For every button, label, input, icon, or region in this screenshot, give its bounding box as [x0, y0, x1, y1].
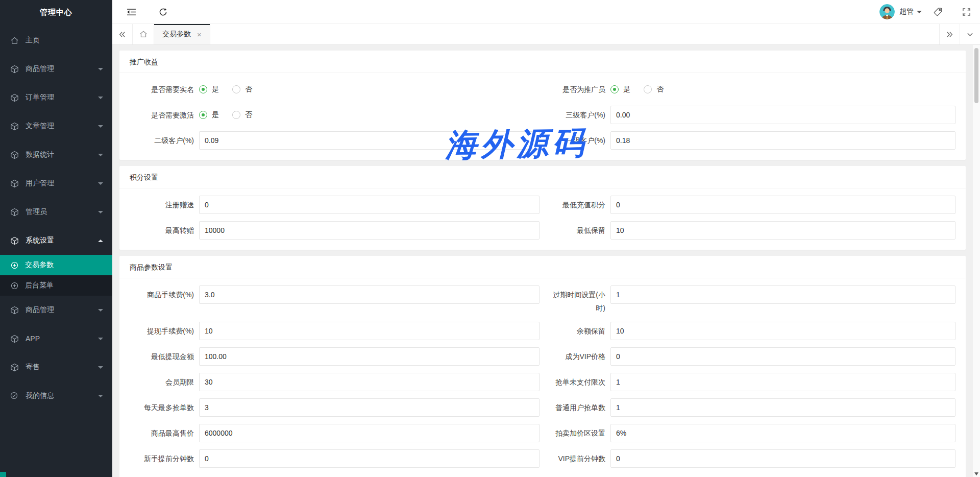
- field-input[interactable]: [610, 131, 955, 150]
- caret-down-icon: [98, 182, 103, 185]
- dropdown-caret-icon[interactable]: [917, 11, 922, 13]
- field-input[interactable]: [199, 424, 540, 442]
- scrollbar-track[interactable]: [973, 45, 980, 477]
- field-label: 三级客户(%): [546, 106, 610, 122]
- field-input[interactable]: [199, 196, 540, 214]
- sidebar-item[interactable]: 寄售: [0, 353, 112, 381]
- sidebar-item[interactable]: 文章管理: [0, 112, 112, 140]
- sidebar-item[interactable]: 商品管理: [0, 55, 112, 83]
- field-input[interactable]: [610, 196, 955, 214]
- avatar[interactable]: [879, 4, 895, 19]
- caret-down-icon: [98, 68, 103, 70]
- field-label: 注册赠送: [130, 196, 199, 211]
- radio-unselected-icon[interactable]: [644, 85, 652, 93]
- tab-active[interactable]: 交易参数 ×: [154, 24, 210, 44]
- sidebar-item[interactable]: 系统设置: [0, 226, 112, 255]
- sidebar-item[interactable]: APP: [0, 324, 112, 353]
- sidebar-item-label: 文章管理: [26, 122, 54, 131]
- sidebar-subitem-label: 交易参数: [25, 260, 54, 270]
- field-input[interactable]: [610, 221, 955, 240]
- scroll-right-icon[interactable]: [939, 24, 960, 44]
- radio-selected-icon[interactable]: [199, 111, 207, 119]
- sidebar-item-label: 订单管理: [26, 93, 54, 102]
- field-label: 抢单未支付限次: [546, 373, 610, 389]
- field-input[interactable]: [199, 221, 540, 240]
- field-input[interactable]: [199, 285, 540, 304]
- sidebar-item[interactable]: 管理员: [0, 198, 112, 226]
- radio-option[interactable]: 否: [232, 110, 252, 120]
- card-title: 积分设置: [119, 166, 966, 188]
- sidebar-item-label: 商品管理: [26, 64, 54, 74]
- field-label: 提现手续费(%): [130, 322, 199, 338]
- sidebar-item[interactable]: 数据统计: [0, 140, 112, 169]
- settings-card: 积分设置注册赠送最低充值积分最高转赠最低保留: [119, 166, 966, 250]
- caret-up-icon: [98, 240, 103, 242]
- radio-unselected-icon[interactable]: [232, 111, 240, 119]
- form-field: 会员期限: [130, 373, 540, 391]
- form-row: 二级客户(%)一级客户(%): [130, 131, 955, 150]
- field-label: 余额保留: [546, 322, 610, 338]
- radio-selected-icon[interactable]: [610, 85, 619, 93]
- radio-label: 否: [245, 85, 252, 94]
- refresh-icon[interactable]: [159, 8, 167, 16]
- sidebar-item[interactable]: 商品管理: [0, 296, 112, 324]
- radio-option[interactable]: 否: [644, 85, 664, 94]
- field-input[interactable]: [199, 373, 540, 391]
- active-item-indicator: [0, 472, 6, 477]
- form-field: 是否需要实名是否: [130, 80, 540, 99]
- field-input[interactable]: [199, 322, 540, 340]
- field-input[interactable]: [610, 347, 955, 366]
- sidebar-item[interactable]: 主页: [0, 26, 112, 55]
- radio-option[interactable]: 是: [610, 85, 630, 94]
- field-label: 最低充值积分: [546, 196, 610, 211]
- radio-option[interactable]: 是: [199, 85, 219, 94]
- sidebar-subitem[interactable]: 后台菜单: [0, 275, 112, 296]
- field-input[interactable]: [610, 398, 955, 417]
- form-field: 最低保留: [546, 221, 955, 240]
- field-input[interactable]: [199, 347, 540, 366]
- form-field: 最低提现金额: [130, 347, 540, 366]
- field-input[interactable]: [610, 285, 955, 304]
- field-label: 商品最高售价: [130, 424, 199, 440]
- scrollbar-thumb[interactable]: [974, 48, 978, 103]
- field-input[interactable]: [199, 398, 540, 417]
- form-field: 最低充值积分: [546, 196, 955, 214]
- field-label: 会员期限: [130, 373, 199, 389]
- username[interactable]: 超管: [899, 7, 914, 16]
- sidebar-menu: 主页商品管理订单管理文章管理数据统计用户管理管理员系统设置交易参数后台菜单商品管…: [0, 24, 112, 410]
- cube-icon: [10, 363, 19, 372]
- sidebar: 管理中心 主页商品管理订单管理文章管理数据统计用户管理管理员系统设置交易参数后台…: [0, 0, 112, 477]
- radio-option[interactable]: 是: [199, 110, 219, 120]
- sidebar-item[interactable]: 订单管理: [0, 83, 112, 112]
- sidebar-item[interactable]: 用户管理: [0, 169, 112, 198]
- field-label: 成为VIP价格: [546, 347, 610, 363]
- sidebar-item[interactable]: 我的信息: [0, 381, 112, 410]
- radio-group: 是否: [199, 106, 265, 124]
- scrollbar-down-arrow[interactable]: [974, 472, 978, 475]
- field-input[interactable]: [610, 449, 955, 468]
- close-icon[interactable]: ×: [197, 31, 202, 38]
- form-field: 商品最高售价: [130, 424, 540, 442]
- sidebar-item-label: 主页: [26, 36, 40, 45]
- radio-label: 否: [656, 85, 664, 94]
- tab-menu-icon[interactable]: [960, 24, 980, 44]
- cube-icon: [10, 306, 19, 315]
- field-input[interactable]: [199, 131, 540, 150]
- radio-selected-icon[interactable]: [199, 85, 207, 93]
- scroll-left-icon[interactable]: [112, 24, 133, 44]
- field-input[interactable]: [610, 424, 955, 442]
- collapse-menu-icon[interactable]: [127, 8, 136, 16]
- tab-home[interactable]: [133, 24, 154, 44]
- field-input[interactable]: [610, 106, 955, 124]
- tag-icon[interactable]: [933, 7, 943, 17]
- field-input[interactable]: [610, 322, 955, 340]
- radio-unselected-icon[interactable]: [232, 85, 240, 93]
- field-input[interactable]: [610, 373, 955, 391]
- fullscreen-icon[interactable]: [962, 8, 971, 16]
- field-input[interactable]: [199, 449, 540, 468]
- sidebar-subitem[interactable]: 交易参数: [0, 255, 112, 275]
- tabbar-controls: [939, 24, 980, 44]
- form-field: 过期时间设置(小时): [546, 285, 955, 315]
- radio-option[interactable]: 否: [232, 85, 252, 94]
- cube-icon: [10, 208, 19, 217]
